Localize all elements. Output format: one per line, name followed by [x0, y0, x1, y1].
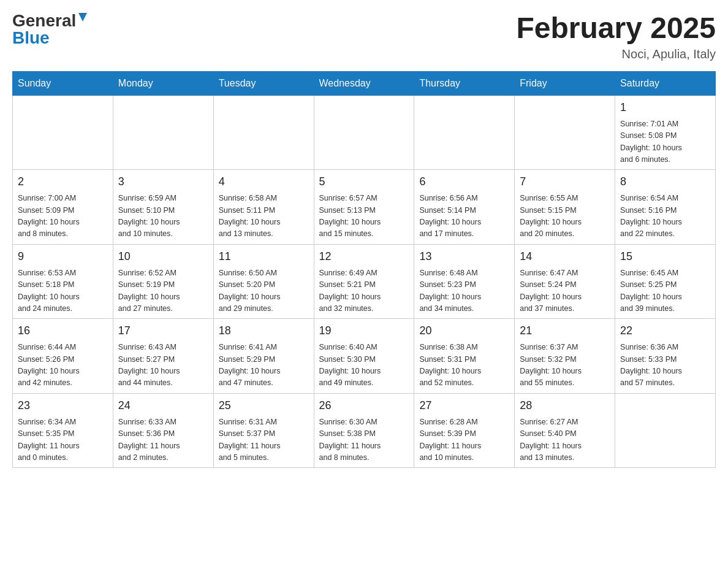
- day-number: 16: [18, 323, 108, 339]
- title-block: February 2025 Noci, Apulia, Italy: [516, 12, 716, 61]
- calendar-cell: 8Sunrise: 6:54 AM Sunset: 5:16 PM Daylig…: [615, 170, 716, 245]
- day-of-week-header: Monday: [113, 71, 213, 95]
- calendar-cell: 5Sunrise: 6:57 AM Sunset: 5:13 PM Daylig…: [314, 170, 414, 245]
- calendar-cell: 27Sunrise: 6:28 AM Sunset: 5:39 PM Dayli…: [414, 393, 515, 468]
- day-info: Sunrise: 6:59 AM Sunset: 5:10 PM Dayligh…: [118, 193, 208, 240]
- day-info: Sunrise: 7:00 AM Sunset: 5:09 PM Dayligh…: [18, 193, 108, 240]
- calendar-cell: 20Sunrise: 6:38 AM Sunset: 5:31 PM Dayli…: [414, 319, 515, 394]
- day-number: 25: [219, 397, 309, 414]
- day-number: 18: [219, 323, 309, 339]
- calendar-cell: [213, 95, 314, 170]
- calendar-cell: 11Sunrise: 6:50 AM Sunset: 5:20 PM Dayli…: [213, 244, 314, 319]
- calendar-cell: 14Sunrise: 6:47 AM Sunset: 5:24 PM Dayli…: [515, 244, 615, 319]
- day-number: 22: [620, 323, 710, 339]
- day-number: 20: [419, 323, 509, 339]
- calendar-cell: 22Sunrise: 6:36 AM Sunset: 5:33 PM Dayli…: [615, 319, 716, 394]
- logo-general-text: General: [12, 12, 76, 29]
- calendar-cell: 4Sunrise: 6:58 AM Sunset: 5:11 PM Daylig…: [213, 170, 314, 245]
- day-info: Sunrise: 6:49 AM Sunset: 5:21 PM Dayligh…: [319, 267, 409, 315]
- calendar-cell: 21Sunrise: 6:37 AM Sunset: 5:32 PM Dayli…: [515, 319, 615, 394]
- day-info: Sunrise: 6:40 AM Sunset: 5:30 PM Dayligh…: [319, 342, 409, 389]
- day-number: 15: [620, 248, 710, 265]
- calendar-cell: 23Sunrise: 6:34 AM Sunset: 5:35 PM Dayli…: [13, 393, 113, 468]
- day-number: 21: [520, 323, 610, 339]
- day-of-week-header: Tuesday: [213, 71, 314, 95]
- day-of-week-header: Thursday: [414, 71, 515, 95]
- day-info: Sunrise: 6:44 AM Sunset: 5:26 PM Dayligh…: [18, 342, 108, 389]
- day-number: 8: [620, 174, 710, 190]
- month-title: February 2025: [516, 12, 716, 45]
- day-number: 23: [18, 397, 108, 414]
- day-number: 6: [419, 174, 509, 190]
- calendar-cell: 28Sunrise: 6:27 AM Sunset: 5:40 PM Dayli…: [515, 393, 615, 468]
- day-number: 28: [520, 397, 610, 414]
- calendar-cell: 24Sunrise: 6:33 AM Sunset: 5:36 PM Dayli…: [113, 393, 213, 468]
- day-number: 4: [219, 174, 309, 190]
- calendar-cell: 17Sunrise: 6:43 AM Sunset: 5:27 PM Dayli…: [113, 319, 213, 394]
- day-info: Sunrise: 6:37 AM Sunset: 5:32 PM Dayligh…: [520, 342, 610, 389]
- day-number: 26: [319, 397, 409, 414]
- logo-arrow-icon: [76, 10, 89, 24]
- calendar-cell: [314, 95, 414, 170]
- day-number: 10: [118, 248, 208, 265]
- day-info: Sunrise: 6:52 AM Sunset: 5:19 PM Dayligh…: [118, 267, 208, 315]
- calendar-cell: 12Sunrise: 6:49 AM Sunset: 5:21 PM Dayli…: [314, 244, 414, 319]
- calendar-cell: [414, 95, 515, 170]
- calendar-cell: 7Sunrise: 6:55 AM Sunset: 5:15 PM Daylig…: [515, 170, 615, 245]
- day-number: 13: [419, 248, 509, 265]
- calendar-cell: 25Sunrise: 6:31 AM Sunset: 5:37 PM Dayli…: [213, 393, 314, 468]
- svg-marker-0: [78, 13, 87, 21]
- day-info: Sunrise: 6:43 AM Sunset: 5:27 PM Dayligh…: [118, 342, 208, 389]
- day-number: 11: [219, 248, 309, 265]
- day-info: Sunrise: 6:55 AM Sunset: 5:15 PM Dayligh…: [520, 193, 610, 240]
- logo-blue-text: Blue: [12, 29, 50, 47]
- day-number: 19: [319, 323, 409, 339]
- day-number: 12: [319, 248, 409, 265]
- calendar-cell: 13Sunrise: 6:48 AM Sunset: 5:23 PM Dayli…: [414, 244, 515, 319]
- day-info: Sunrise: 6:38 AM Sunset: 5:31 PM Dayligh…: [419, 342, 509, 389]
- day-info: Sunrise: 6:47 AM Sunset: 5:24 PM Dayligh…: [520, 267, 610, 315]
- week-row: 1Sunrise: 7:01 AM Sunset: 5:08 PM Daylig…: [13, 95, 716, 170]
- day-info: Sunrise: 6:33 AM Sunset: 5:36 PM Dayligh…: [118, 416, 208, 464]
- location: Noci, Apulia, Italy: [516, 47, 716, 61]
- day-info: Sunrise: 6:36 AM Sunset: 5:33 PM Dayligh…: [620, 342, 710, 389]
- day-info: Sunrise: 6:31 AM Sunset: 5:37 PM Dayligh…: [219, 416, 309, 464]
- week-row: 2Sunrise: 7:00 AM Sunset: 5:09 PM Daylig…: [13, 170, 716, 245]
- day-info: Sunrise: 6:57 AM Sunset: 5:13 PM Dayligh…: [319, 193, 409, 240]
- calendar-cell: 16Sunrise: 6:44 AM Sunset: 5:26 PM Dayli…: [13, 319, 113, 394]
- calendar-cell: 18Sunrise: 6:41 AM Sunset: 5:29 PM Dayli…: [213, 319, 314, 394]
- calendar-cell: 9Sunrise: 6:53 AM Sunset: 5:18 PM Daylig…: [13, 244, 113, 319]
- calendar-table: SundayMondayTuesdayWednesdayThursdayFrid…: [12, 71, 716, 469]
- day-number: 5: [319, 174, 409, 190]
- week-row: 23Sunrise: 6:34 AM Sunset: 5:35 PM Dayli…: [13, 393, 716, 468]
- day-info: Sunrise: 6:58 AM Sunset: 5:11 PM Dayligh…: [219, 193, 309, 240]
- calendar-cell: 3Sunrise: 6:59 AM Sunset: 5:10 PM Daylig…: [113, 170, 213, 245]
- calendar-cell: 10Sunrise: 6:52 AM Sunset: 5:19 PM Dayli…: [113, 244, 213, 319]
- week-row: 9Sunrise: 6:53 AM Sunset: 5:18 PM Daylig…: [13, 244, 716, 319]
- day-number: 17: [118, 323, 208, 339]
- day-number: 24: [118, 397, 208, 414]
- days-header-row: SundayMondayTuesdayWednesdayThursdayFrid…: [13, 71, 716, 95]
- calendar-cell: [515, 95, 615, 170]
- day-info: Sunrise: 6:56 AM Sunset: 5:14 PM Dayligh…: [419, 193, 509, 240]
- week-row: 16Sunrise: 6:44 AM Sunset: 5:26 PM Dayli…: [13, 319, 716, 394]
- day-number: 3: [118, 174, 208, 190]
- day-info: Sunrise: 6:54 AM Sunset: 5:16 PM Dayligh…: [620, 193, 710, 240]
- day-number: 9: [18, 248, 108, 265]
- day-number: 27: [419, 397, 509, 414]
- page-header: General Blue February 2025 Noci, Apulia,…: [12, 12, 716, 61]
- day-of-week-header: Wednesday: [314, 71, 414, 95]
- day-info: Sunrise: 6:34 AM Sunset: 5:35 PM Dayligh…: [18, 416, 108, 464]
- day-number: 1: [620, 99, 710, 116]
- calendar-cell: 15Sunrise: 6:45 AM Sunset: 5:25 PM Dayli…: [615, 244, 716, 319]
- calendar-cell: [13, 95, 113, 170]
- day-of-week-header: Saturday: [615, 71, 716, 95]
- day-info: Sunrise: 6:50 AM Sunset: 5:20 PM Dayligh…: [219, 267, 309, 315]
- day-info: Sunrise: 7:01 AM Sunset: 5:08 PM Dayligh…: [620, 118, 710, 166]
- day-number: 2: [18, 174, 108, 190]
- day-info: Sunrise: 6:41 AM Sunset: 5:29 PM Dayligh…: [219, 342, 309, 389]
- day-of-week-header: Friday: [515, 71, 615, 95]
- logo: General Blue: [12, 12, 89, 47]
- calendar-cell: 19Sunrise: 6:40 AM Sunset: 5:30 PM Dayli…: [314, 319, 414, 394]
- day-info: Sunrise: 6:28 AM Sunset: 5:39 PM Dayligh…: [419, 416, 509, 464]
